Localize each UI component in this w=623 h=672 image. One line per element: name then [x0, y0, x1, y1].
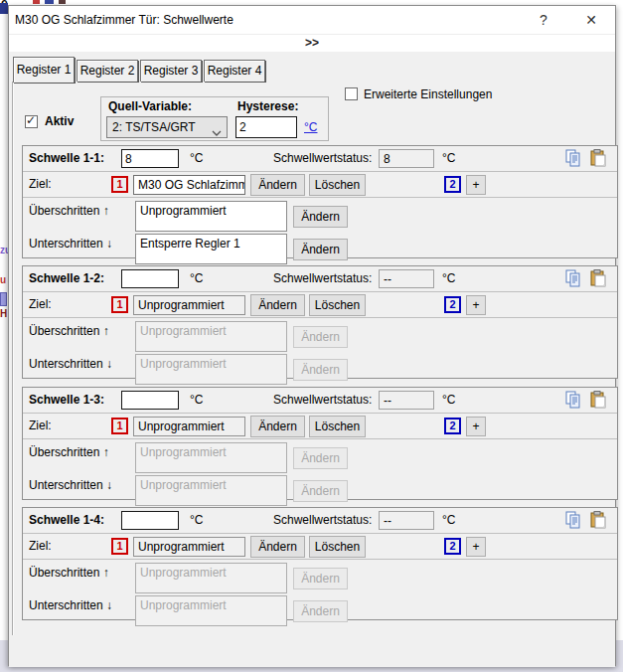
status-label: Schwellwertstatus: — [273, 271, 372, 285]
unit-label: °C — [442, 513, 455, 527]
delete-target-button[interactable]: Löschen — [309, 294, 366, 316]
tab-panel-border — [12, 82, 13, 635]
window-title: M30 OG Schlafzimmer Tür: Schwellwerte — [15, 13, 234, 27]
target-row: Ziel: 1 Unprogrammiert Ändern Löschen 2 … — [23, 414, 617, 439]
paste-icon[interactable] — [589, 149, 609, 169]
change-exceeded-action-button: Ändern — [293, 447, 348, 469]
change-undershot-action-button: Ändern — [293, 359, 348, 381]
add-target-button[interactable]: + — [466, 175, 486, 195]
undershot-action-field[interactable] — [135, 475, 287, 506]
threshold-value-input[interactable] — [121, 391, 179, 410]
section-title: Schwelle 1-3: — [29, 393, 104, 407]
add-target-button[interactable]: + — [466, 295, 486, 315]
status-value: -- — [379, 391, 434, 410]
expander-chevron-icon[interactable]: >> — [305, 35, 319, 51]
tab-register-1[interactable]: Register 1 — [13, 57, 75, 83]
section-title: Schwelle 1-1: — [29, 151, 104, 165]
status-label: Schwellwertstatus: — [273, 393, 372, 407]
exceeded-action-field[interactable] — [135, 321, 287, 352]
undershot-action-field[interactable] — [135, 595, 287, 626]
delete-target-button[interactable]: Löschen — [309, 416, 366, 437]
target-row: Ziel: 1 Unprogrammiert Ändern Löschen 2 … — [23, 534, 617, 560]
badge-2-icon: 2 — [444, 296, 461, 313]
dialog-schwellwerte: M30 OG Schlafzimmer Tür: Schwellwerte ? … — [8, 5, 616, 666]
section-header-row: Schwelle 1-4: °C Schwellwertstatus: -- °… — [23, 508, 617, 534]
copy-icon[interactable] — [564, 149, 584, 169]
section-header-row: Schwelle 1-3: °C Schwellwertstatus: -- °… — [23, 388, 617, 414]
target-row: Ziel: 1 Unprogrammiert Ändern Löschen 2 … — [23, 292, 617, 318]
title-bar: M30 OG Schlafzimmer Tür: Schwellwerte ? … — [9, 6, 615, 34]
undershot-action-field[interactable] — [135, 354, 287, 385]
change-undershot-action-button[interactable]: Ändern — [293, 239, 348, 260]
threshold-section: Schwelle 1-4: °C Schwellwertstatus: -- °… — [22, 507, 618, 620]
dialog-client-area: Register 1 Register 2 Register 3 Registe… — [9, 52, 615, 667]
badge-1-icon: 1 — [111, 176, 128, 193]
badge-1-icon: 1 — [111, 538, 128, 555]
copy-icon[interactable] — [564, 391, 584, 411]
paste-icon[interactable] — [589, 511, 609, 531]
tab-register-4[interactable]: Register 4 — [204, 60, 265, 82]
close-button[interactable]: ✕ — [571, 6, 611, 34]
checkmark-icon: ✓ — [26, 113, 36, 127]
add-target-button[interactable]: + — [466, 417, 486, 436]
quell-variable-dropdown[interactable]: 2: TS/TSA/GRT — [106, 116, 228, 138]
threshold-section: Schwelle 1-3: °C Schwellwertstatus: -- °… — [22, 387, 618, 500]
erweiterte-einstellungen-checkbox[interactable] — [345, 87, 358, 100]
exceeded-label: Überschritten ↑ — [29, 204, 109, 218]
target-value-field[interactable]: Unprogrammiert — [133, 295, 245, 315]
background-fragment — [0, 292, 7, 306]
unit-label: °C — [190, 393, 203, 407]
quell-variable-label: Quell-Variable: — [108, 99, 192, 113]
add-target-button[interactable]: + — [466, 537, 486, 557]
target-value-field[interactable]: M30 OG Schlafzimmer T — [133, 175, 245, 195]
change-target-button[interactable]: Ändern — [250, 416, 305, 437]
undershot-label: Unterschritten ↓ — [29, 598, 112, 612]
target-label: Ziel: — [29, 297, 52, 311]
threshold-value-input[interactable] — [121, 511, 179, 530]
copy-icon[interactable] — [564, 511, 584, 531]
delete-target-button[interactable]: Löschen — [309, 536, 366, 558]
tab-register-2[interactable]: Register 2 — [77, 60, 138, 82]
target-value-field[interactable]: Unprogrammiert — [133, 537, 245, 557]
unit-link[interactable]: °C — [304, 120, 317, 134]
target-value-field[interactable]: Unprogrammiert — [133, 417, 245, 436]
undershot-label: Unterschritten ↓ — [29, 357, 112, 371]
badge-2-icon: 2 — [444, 418, 461, 434]
background-fragment — [0, 3, 8, 14]
undershot-action-field[interactable] — [135, 234, 287, 264]
target-label: Ziel: — [29, 177, 52, 191]
status-label: Schwellwertstatus: — [273, 513, 372, 527]
threshold-value-input[interactable] — [121, 269, 179, 288]
target-row: Ziel: 1 M30 OG Schlafzimmer T Ändern Lös… — [23, 172, 617, 198]
copy-icon[interactable] — [564, 269, 584, 289]
unit-label: °C — [190, 271, 203, 285]
change-undershot-action-button: Ändern — [293, 480, 348, 502]
change-undershot-action-button: Ändern — [293, 600, 348, 622]
dropdown-selected-value: 2: TS/TSA/GRT — [112, 120, 196, 134]
delete-target-button[interactable]: Löschen — [309, 174, 366, 196]
aktiv-checkbox[interactable]: ✓ — [25, 115, 38, 128]
threshold-section: Schwelle 1-2: °C Schwellwertstatus: -- °… — [22, 265, 618, 379]
change-target-button[interactable]: Ändern — [250, 174, 305, 196]
threshold-value-input[interactable] — [121, 149, 179, 168]
chevron-down-icon — [212, 125, 222, 139]
unit-label: °C — [190, 151, 203, 165]
change-target-button[interactable]: Ändern — [250, 536, 305, 558]
help-button[interactable]: ? — [524, 6, 563, 34]
exceeded-action-field[interactable] — [135, 563, 287, 593]
target-label: Ziel: — [29, 419, 52, 432]
undershot-label: Unterschritten ↓ — [29, 478, 112, 492]
status-value: 8 — [379, 149, 434, 168]
threshold-section: Schwelle 1-1: °C Schwellwertstatus: 8 °C — [22, 145, 618, 258]
paste-icon[interactable] — [589, 269, 609, 289]
exceeded-action-field[interactable] — [135, 442, 287, 473]
change-target-button[interactable]: Ändern — [250, 294, 305, 316]
hysterese-input[interactable] — [235, 116, 297, 138]
paste-icon[interactable] — [589, 391, 609, 411]
change-exceeded-action-button[interactable]: Ändern — [293, 206, 348, 228]
tab-register-3[interactable]: Register 3 — [140, 60, 202, 82]
status-value: -- — [379, 511, 434, 530]
exceeded-action-field[interactable] — [135, 201, 287, 232]
unit-label: °C — [442, 151, 455, 165]
section-header-row: Schwelle 1-1: °C Schwellwertstatus: 8 °C — [23, 146, 617, 172]
